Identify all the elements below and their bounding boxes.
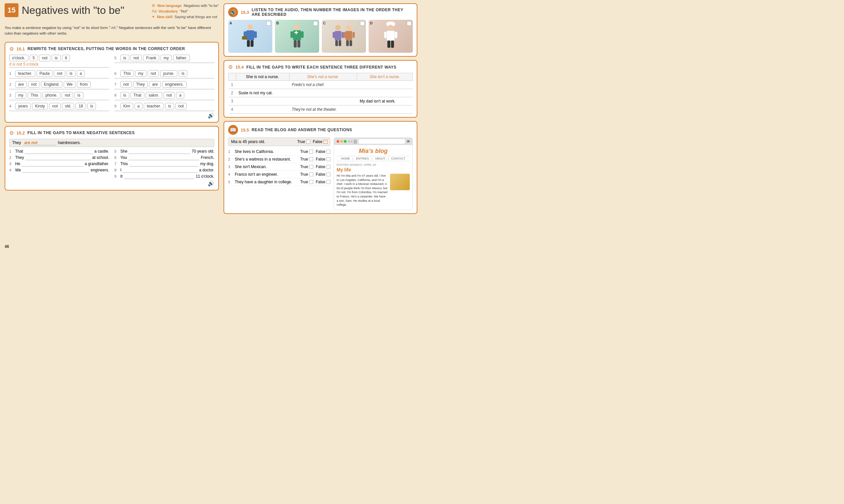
word-chip: not [120, 81, 132, 88]
svg-rect-11 [294, 40, 297, 48]
svg-rect-25 [346, 40, 349, 46]
refresh-icon[interactable]: ⟳ [407, 140, 410, 144]
blog-section: Mia is 45 years old. True False [228, 138, 413, 210]
fill-row-8: 8 I a doctor. [114, 168, 214, 173]
image-c-checkbox[interactable] [360, 21, 365, 26]
svg-rect-30 [384, 32, 387, 38]
word-chip: They [133, 81, 148, 88]
word-chip: is [120, 55, 129, 61]
svg-point-28 [388, 25, 393, 30]
true-cb-4[interactable] [309, 173, 313, 176]
gaps-row-4: 4 They're not at the theater. [229, 106, 413, 114]
question-header-row: Mia is 45 years old. True False [228, 138, 330, 146]
deliveryman-figure [240, 23, 260, 50]
false-cb-4[interactable] [326, 173, 330, 176]
back-button[interactable]: ‹ [348, 139, 350, 144]
tf-options-2: True False [300, 157, 330, 162]
minimize-dot[interactable] [340, 140, 343, 143]
word-chip: not [54, 70, 65, 77]
word-chip: Kirsty [32, 103, 48, 109]
image-b-checkbox[interactable] [313, 21, 318, 26]
false-cb-5[interactable] [326, 180, 330, 184]
section-15-2-header: ⚙ 15.2 FILL IN THE GAPS TO MAKE NEGATIVE… [9, 130, 214, 136]
row-1-left: 1 teacher. Paula not is a [9, 70, 109, 78]
word-chip: is [120, 92, 129, 98]
fill-row-5: 5 She 70 years old. [114, 149, 214, 154]
word-chip: my [135, 70, 146, 77]
row-3-left: 3 my This phone. not is [9, 92, 109, 100]
true-cb-3[interactable] [309, 165, 313, 169]
true-checkbox-header[interactable] [306, 140, 310, 144]
image-a-checkbox[interactable] [266, 21, 271, 26]
word-chip: is [74, 92, 84, 98]
word-chip: are [15, 81, 27, 88]
tf-options-4: True False [300, 172, 330, 177]
false-cb-2[interactable] [326, 157, 330, 161]
false-cb-1[interactable] [326, 150, 330, 154]
vocabulary-icon: Aa [152, 9, 157, 14]
true-cb-5[interactable] [309, 180, 313, 184]
image-a: A [228, 20, 272, 53]
section-15-5-title: READ THE BLOG AND ANSWER THE QUESTIONS [252, 128, 352, 132]
blog-nav-about[interactable]: ABOUT [375, 157, 385, 160]
word-chip: not [39, 55, 51, 61]
word-chip: is [87, 103, 96, 109]
tf-options-3: True False [300, 164, 330, 169]
false-checkbox-header[interactable] [323, 140, 327, 144]
false-option-header: False [313, 140, 327, 144]
section-15-5-number: 15.5 [241, 128, 249, 132]
col-header-3: She isn't a nurse. [357, 73, 413, 81]
word-chip: is [67, 70, 75, 77]
audio-icon-2[interactable]: 🔊 [9, 180, 214, 186]
forward-button[interactable]: › [351, 139, 353, 144]
svg-rect-22 [345, 31, 352, 40]
image-c-label: C [323, 21, 326, 25]
section-15-4-title: FILL IN THE GAPS TO WRITE EACH SENTENCE … [246, 65, 396, 70]
true-cb-2[interactable] [309, 157, 313, 161]
section-gear-icon: ⚙ [9, 46, 14, 52]
book-icon: 📖 [228, 125, 238, 135]
svg-point-0 [248, 24, 253, 30]
section-gear-icon-2: ⚙ [9, 130, 14, 136]
blog-title: Mia's blog [337, 148, 410, 155]
word-chip: teacher. [15, 70, 35, 77]
blog-nav-home[interactable]: HOME [341, 157, 350, 160]
svg-rect-19 [335, 40, 338, 46]
word-chip: not [163, 92, 175, 98]
blog-nav-contact[interactable]: CONTACT [391, 157, 406, 160]
close-dot[interactable] [337, 140, 339, 143]
fill-row-3: 3 He a grandfather. [9, 162, 109, 166]
svg-rect-29 [387, 31, 395, 40]
browser-dots [337, 140, 346, 143]
word-chip: This [120, 70, 134, 77]
maximize-dot[interactable] [344, 140, 346, 143]
audio-icon-1[interactable]: 🔊 [9, 112, 214, 119]
fill-example: They are not hairdressers. [9, 139, 214, 147]
word-chip: a [134, 103, 143, 109]
col-header-0 [229, 73, 236, 81]
image-d-checkbox[interactable] [407, 21, 411, 26]
word-chip: purse. [160, 70, 177, 77]
true-option-header: True [297, 140, 310, 144]
false-cb-3[interactable] [326, 165, 330, 169]
lesson-number: 15 [5, 3, 18, 17]
address-bar[interactable] [359, 139, 405, 144]
word-chip: from [77, 81, 91, 88]
fill-example-blank: are not [23, 140, 56, 145]
row-7: 7 not They are engineers. [114, 81, 214, 89]
fill-row-7: 7 This my dog. [114, 162, 214, 166]
row-6: 6 This my not purse. is [114, 70, 214, 78]
right-column: 🔊 15.3 LISTEN TO THE AUDIO, THEN NUMBER … [223, 3, 417, 249]
images-row: A B [228, 20, 413, 53]
section-15-4-number: 15.4 [235, 65, 244, 70]
image-b-label: B [276, 21, 279, 25]
blog-nav-entries[interactable]: ENTRIES [356, 157, 369, 160]
listen-icon: 🔊 [228, 7, 238, 17]
svg-point-15 [335, 25, 341, 30]
svg-rect-26 [349, 40, 352, 46]
gaps-row-1: 1 Fredo's not a chef. [229, 81, 413, 89]
blog-post-date: POSTED MONDAY, APRIL 20 [337, 163, 410, 166]
question-row-1: 1 She lives in California. True False [228, 148, 330, 156]
true-cb-1[interactable] [309, 150, 313, 154]
word-chip: not [130, 55, 142, 61]
